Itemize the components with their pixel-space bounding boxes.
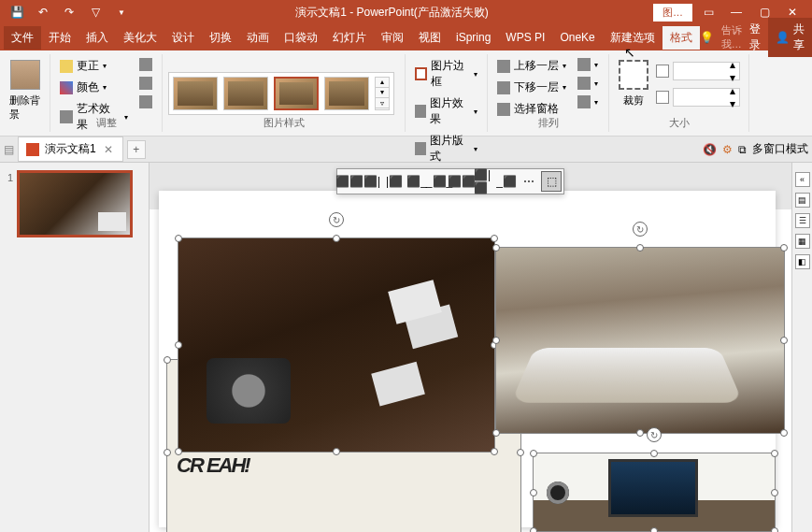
multi-window-label[interactable]: 多窗口模式 <box>752 141 808 157</box>
resize-handle[interactable] <box>771 527 778 532</box>
reset-picture-button[interactable] <box>135 93 156 110</box>
bring-forward-button[interactable]: 上移一层▾ <box>493 56 570 76</box>
tab-animation[interactable]: 动画 <box>239 26 277 50</box>
resize-handle[interactable] <box>492 244 500 252</box>
tab-insert[interactable]: 插入 <box>78 26 116 50</box>
settings-icon[interactable]: ⚙ <box>722 143 733 156</box>
tab-format[interactable]: 格式 <box>662 26 700 50</box>
resize-handle[interactable] <box>780 244 788 252</box>
login-link[interactable]: 登录 <box>749 22 761 53</box>
resize-handle[interactable] <box>530 489 537 496</box>
picture-layout-button[interactable]: 图片版式▾ <box>411 131 481 166</box>
picture-styles-gallery[interactable]: ▴▾▿ <box>168 72 394 115</box>
rotation-handle[interactable] <box>329 212 344 227</box>
start-slideshow-icon[interactable]: ▽ <box>86 3 105 22</box>
close-tab-icon[interactable]: ✕ <box>102 143 115 156</box>
resize-handle[interactable] <box>636 244 644 252</box>
tell-me-input[interactable]: 告诉我… <box>721 23 742 51</box>
mute-icon[interactable]: 🔇 <box>703 143 717 156</box>
remove-background-button[interactable]: 删除背景 <box>6 56 44 125</box>
slide-canvas[interactable]: ⬛⬛ ⬛| |⬛ ⬛_ _⬛_ ⬛⬛ ⬛|⬛ _⬛ ⋯ ⬚ <box>150 163 791 532</box>
resize-handle[interactable] <box>164 449 171 456</box>
align-right-btn[interactable]: |⬛ <box>384 171 405 192</box>
align-button[interactable]: ▾ <box>574 56 602 73</box>
select-mode-btn[interactable]: ⬚ <box>541 171 562 192</box>
tab-review[interactable]: 审阅 <box>374 26 411 50</box>
multi-window-icon[interactable]: ⧉ <box>738 143 747 156</box>
resize-handle[interactable] <box>650 527 658 532</box>
style-item-2[interactable] <box>223 77 268 110</box>
redo-icon[interactable]: ↷ <box>60 3 78 22</box>
selected-image-desk[interactable] <box>533 453 776 532</box>
rotation-handle[interactable] <box>647 427 662 442</box>
align-bottom-btn[interactable]: ⬛⬛ <box>451 171 472 192</box>
resize-handle[interactable] <box>333 448 340 455</box>
picture-effects-button[interactable]: 图片效果▾ <box>411 93 481 129</box>
resize-handle[interactable] <box>492 429 500 437</box>
align-center-btn[interactable]: ⬛| <box>362 171 382 192</box>
save-icon[interactable]: 💾 <box>7 3 26 22</box>
tab-wps[interactable]: WPS PI <box>498 27 552 48</box>
style-item-4[interactable] <box>324 77 369 110</box>
compress-button[interactable] <box>135 56 156 73</box>
doc-list-icon[interactable]: ▤ <box>4 143 14 156</box>
align-left-btn[interactable]: ⬛⬛ <box>339 171 360 192</box>
picture-border-button[interactable]: 图片边框▾ <box>411 56 481 92</box>
rotation-handle[interactable] <box>633 222 648 237</box>
color-button[interactable]: 颜色▾ <box>56 78 132 97</box>
resize-handle[interactable] <box>771 489 778 496</box>
tab-beautify[interactable]: 美化大 <box>116 26 164 50</box>
resize-handle[interactable] <box>771 450 778 457</box>
document-tab[interactable]: 演示文稿1 ✕ <box>18 137 123 162</box>
selected-image-camera[interactable] <box>178 237 495 453</box>
resize-handle[interactable] <box>492 337 500 344</box>
tab-oneke[interactable]: OneKe <box>552 27 602 48</box>
qat-more-icon[interactable]: ▼ <box>112 3 131 22</box>
align-middle-btn[interactable]: _⬛_ <box>429 171 449 192</box>
group-button[interactable]: ▾ <box>574 75 602 92</box>
resize-handle[interactable] <box>164 356 171 364</box>
send-backward-button[interactable]: 下移一层▾ <box>493 78 570 97</box>
distribute-v-btn[interactable]: _⬛ <box>496 171 517 192</box>
height-input[interactable]: ▴▾ <box>673 62 740 80</box>
resize-handle[interactable] <box>175 448 182 455</box>
tab-koudai[interactable]: 口袋动 <box>277 26 325 50</box>
change-picture-button[interactable] <box>135 75 156 92</box>
resize-handle[interactable] <box>530 450 537 457</box>
slide-thumbnails-panel[interactable]: 1 <box>0 163 150 532</box>
tab-file[interactable]: 文件 <box>4 26 41 50</box>
rail-btn-3[interactable]: ▦ <box>795 234 810 249</box>
resize-handle[interactable] <box>491 448 498 455</box>
more-align-btn[interactable]: ⋯ <box>519 171 539 192</box>
context-tab-picture[interactable]: 图… <box>653 4 692 22</box>
rail-btn-2[interactable]: ☰ <box>795 213 810 228</box>
resize-handle[interactable] <box>780 337 788 344</box>
crop-button[interactable]: 裁剪 <box>615 56 652 111</box>
corrections-button[interactable]: 更正▾ <box>56 56 132 76</box>
new-tab-button[interactable]: + <box>127 140 146 159</box>
share-button[interactable]: 👤共享 <box>768 18 812 57</box>
selected-image-phone[interactable] <box>495 247 785 434</box>
tab-design[interactable]: 设计 <box>164 26 202 50</box>
width-input[interactable]: ▴▾ <box>673 88 740 107</box>
distribute-h-btn[interactable]: ⬛|⬛ <box>474 171 494 192</box>
rail-btn-1[interactable]: ▤ <box>795 193 810 208</box>
tab-home[interactable]: 开始 <box>41 26 78 50</box>
resize-handle[interactable] <box>517 449 524 456</box>
gallery-expand[interactable]: ▴▾▿ <box>375 77 390 110</box>
resize-handle[interactable] <box>491 235 498 242</box>
rail-expand-icon[interactable]: « <box>795 172 810 187</box>
slide-thumbnail-1[interactable]: 1 <box>7 172 141 236</box>
tab-slideshow[interactable]: 幻灯片 <box>325 26 374 50</box>
tab-view[interactable]: 视图 <box>411 26 449 50</box>
resize-handle[interactable] <box>636 429 644 437</box>
align-top-btn[interactable]: ⬛_ <box>406 171 427 192</box>
resize-handle[interactable] <box>650 450 658 457</box>
rotate-button[interactable]: ▾ <box>574 93 602 110</box>
resize-handle[interactable] <box>780 429 788 437</box>
resize-handle[interactable] <box>333 235 340 242</box>
tab-ispring[interactable]: iSpring <box>449 27 498 48</box>
resize-handle[interactable] <box>175 235 182 242</box>
rail-btn-4[interactable]: ◧ <box>795 254 810 269</box>
resize-handle[interactable] <box>175 341 182 349</box>
